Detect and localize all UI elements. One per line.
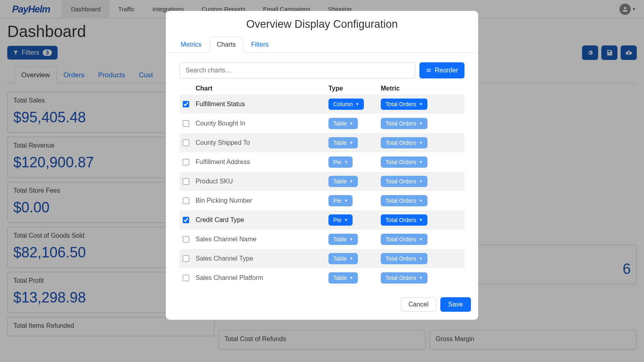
chart-checkbox-cell [183, 255, 196, 262]
modal-tab-metrics[interactable]: Metrics [173, 37, 209, 53]
caret-down-icon: ▼ [419, 237, 423, 241]
chart-row: Sales Channel PlatformTable▼Total Orders… [180, 268, 464, 288]
chart-checkbox-cell [183, 101, 196, 107]
caret-down-icon: ▼ [349, 179, 353, 183]
search-charts-input[interactable] [180, 62, 415, 78]
chart-checkbox[interactable] [183, 140, 189, 146]
chart-metric-dropdown[interactable]: Total Orders▼ [381, 214, 427, 226]
modal-title: Overview Display Configuration [166, 11, 478, 36]
chart-row: Sales Channel TypeTable▼Total Orders▼ [180, 249, 464, 268]
caret-down-icon: ▼ [419, 160, 423, 164]
chart-checkbox-cell [183, 197, 196, 204]
caret-down-icon: ▼ [349, 257, 353, 261]
caret-down-icon: ▼ [419, 141, 423, 145]
modal-tab-filters[interactable]: Filters [244, 37, 277, 53]
chart-row: Product SKUTable▼Total Orders▼ [180, 172, 464, 191]
chart-row: Sales Channel NameTable▼Total Orders▼ [180, 230, 464, 249]
chart-metric-dropdown[interactable]: Total Orders▼ [381, 99, 427, 110]
chart-type-dropdown[interactable]: Table▼ [328, 272, 358, 284]
chart-row: Fulfillment AddressPie▼Total Orders▼ [180, 152, 464, 172]
chart-checkbox-cell [183, 140, 196, 146]
chart-type-dropdown[interactable]: Table▼ [328, 137, 358, 148]
chart-checkbox-cell [183, 120, 196, 127]
config-modal: Overview Display Configuration Metrics C… [166, 11, 478, 320]
chart-checkbox-cell [183, 159, 196, 165]
chart-type-dropdown[interactable]: Table▼ [328, 253, 358, 264]
chart-row: County Bought InTable▼Total Orders▼ [180, 114, 464, 133]
column-header-metric: Metric [381, 85, 461, 92]
caret-down-icon: ▼ [344, 160, 348, 164]
chart-checkbox[interactable] [183, 120, 189, 127]
chart-checkbox[interactable] [183, 236, 189, 243]
chart-name: Fulfillment Status [196, 101, 328, 108]
chart-checkbox[interactable] [183, 159, 189, 165]
caret-down-icon: ▼ [349, 121, 353, 125]
caret-down-icon: ▼ [349, 276, 353, 280]
chart-name: Sales Channel Platform [196, 274, 328, 282]
chart-name: County Bought In [196, 120, 328, 127]
chart-checkbox-cell [183, 275, 196, 281]
chart-name: Product SKU [196, 178, 328, 185]
chart-metric-dropdown[interactable]: Total Orders▼ [381, 253, 427, 264]
reorder-label: Reorder [435, 67, 458, 74]
chart-row: County Shipped ToTable▼Total Orders▼ [180, 133, 464, 152]
caret-down-icon: ▼ [349, 141, 353, 145]
chart-name: Fulfillment Address [196, 158, 328, 166]
caret-down-icon: ▼ [419, 199, 423, 203]
chart-checkbox[interactable] [183, 197, 189, 204]
chart-checkbox-cell [183, 217, 196, 223]
chart-metric-dropdown[interactable]: Total Orders▼ [381, 195, 427, 206]
caret-down-icon: ▼ [344, 199, 348, 203]
modal-footer: Cancel Save [166, 292, 478, 312]
caret-down-icon: ▼ [419, 102, 423, 106]
chart-type-dropdown[interactable]: Table▼ [328, 234, 358, 245]
chart-checkbox[interactable] [183, 101, 189, 107]
cancel-button[interactable]: Cancel [401, 297, 436, 312]
chart-name: County Shipped To [196, 139, 328, 146]
modal-tab-charts[interactable]: Charts [209, 37, 244, 53]
caret-down-icon: ▼ [349, 237, 353, 241]
reorder-button[interactable]: Reorder [419, 62, 464, 78]
column-header-chart: Chart [196, 85, 328, 92]
chart-name: Bin Picking Number [196, 197, 328, 204]
caret-down-icon: ▼ [419, 257, 423, 261]
chart-metric-dropdown[interactable]: Total Orders▼ [381, 272, 427, 284]
chart-type-dropdown[interactable]: Column▼ [328, 99, 364, 110]
chart-type-dropdown[interactable]: Pie▼ [328, 156, 353, 168]
save-button[interactable]: Save [440, 297, 471, 312]
chart-metric-dropdown[interactable]: Total Orders▼ [381, 137, 427, 148]
chart-metric-dropdown[interactable]: Total Orders▼ [381, 156, 427, 168]
chart-type-dropdown[interactable]: Pie▼ [328, 195, 353, 206]
modal-tabs: Metrics Charts Filters [166, 36, 478, 53]
caret-down-icon: ▼ [355, 102, 359, 106]
chart-table-header: Chart Type Metric [180, 82, 464, 95]
chart-type-dropdown[interactable]: Table▼ [328, 118, 358, 129]
chart-checkbox[interactable] [183, 255, 189, 262]
caret-down-icon: ▼ [419, 218, 423, 222]
chart-name: Sales Channel Type [196, 255, 328, 262]
caret-down-icon: ▼ [419, 179, 423, 183]
chart-checkbox[interactable] [183, 275, 189, 281]
chart-type-dropdown[interactable]: Pie▼ [328, 214, 353, 226]
list-icon [426, 68, 431, 73]
caret-down-icon: ▼ [344, 218, 348, 222]
chart-checkbox[interactable] [183, 217, 189, 223]
caret-down-icon: ▼ [419, 121, 423, 125]
chart-name: Credit Card Type [196, 216, 328, 224]
chart-metric-dropdown[interactable]: Total Orders▼ [381, 176, 427, 187]
caret-down-icon: ▼ [419, 276, 423, 280]
chart-rows: Fulfillment StatusColumn▼Total Orders▼Co… [180, 95, 464, 288]
column-header-type: Type [328, 85, 381, 92]
chart-checkbox[interactable] [183, 178, 189, 185]
modal-body: Reorder Chart Type Metric Fulfillment St… [166, 53, 478, 292]
chart-metric-dropdown[interactable]: Total Orders▼ [381, 118, 427, 129]
chart-type-dropdown[interactable]: Table▼ [328, 176, 358, 187]
chart-metric-dropdown[interactable]: Total Orders▼ [381, 234, 427, 245]
chart-checkbox-cell [183, 236, 196, 243]
modal-overlay[interactable]: Overview Display Configuration Metrics C… [0, 0, 644, 362]
chart-checkbox-cell [183, 178, 196, 185]
chart-row: Credit Card TypePie▼Total Orders▼ [180, 210, 464, 230]
chart-name: Sales Channel Name [196, 236, 328, 243]
chart-row: Fulfillment StatusColumn▼Total Orders▼ [180, 95, 464, 114]
chart-row: Bin Picking NumberPie▼Total Orders▼ [180, 191, 464, 210]
